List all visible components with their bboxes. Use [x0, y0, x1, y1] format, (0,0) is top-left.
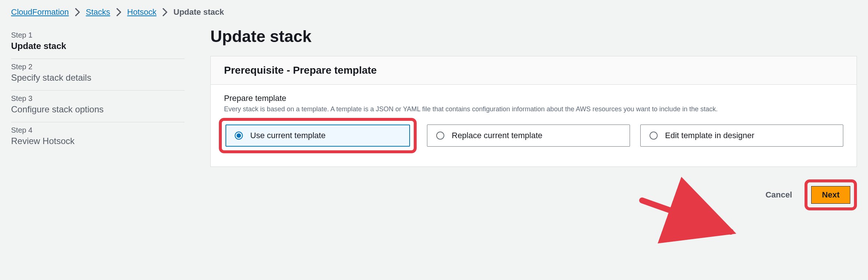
- wizard-step-number: Step 4: [11, 126, 185, 134]
- wizard-step-3[interactable]: Step 3 Configure stack options: [11, 91, 185, 122]
- option-label: Replace current template: [452, 131, 542, 140]
- prerequisite-panel: Prerequisite - Prepare template Prepare …: [210, 56, 857, 167]
- wizard-step-title: Configure stack options: [11, 104, 185, 115]
- main-content: Update stack Prerequisite - Prepare temp…: [210, 27, 857, 210]
- chevron-right-icon: [162, 8, 168, 16]
- chevron-right-icon: [75, 8, 80, 16]
- option-label: Edit template in designer: [665, 131, 754, 140]
- annotation-highlight-box: Use current template: [219, 118, 417, 153]
- option-edit-template-in-designer[interactable]: Edit template in designer: [640, 125, 843, 147]
- breadcrumb-link-stacks[interactable]: Stacks: [86, 7, 110, 17]
- breadcrumb-current: Update stack: [173, 7, 224, 17]
- breadcrumb-link-hotsock[interactable]: Hotsock: [127, 7, 156, 17]
- wizard-step-title: Review Hotsock: [11, 136, 185, 146]
- breadcrumb: CloudFormation Stacks Hotsock Update sta…: [11, 7, 857, 17]
- next-button[interactable]: Next: [811, 186, 850, 204]
- option-label: Use current template: [250, 131, 326, 140]
- wizard-step-number: Step 3: [11, 94, 185, 103]
- chevron-right-icon: [116, 8, 121, 16]
- radio-icon: [650, 132, 658, 140]
- wizard-step-4[interactable]: Step 4 Review Hotsock: [11, 122, 185, 154]
- wizard-step-2[interactable]: Step 2 Specify stack details: [11, 59, 185, 91]
- radio-icon: [436, 132, 444, 140]
- wizard-step-1[interactable]: Step 1 Update stack: [11, 27, 185, 59]
- panel-header-title: Prerequisite - Prepare template: [224, 64, 843, 76]
- wizard-step-number: Step 2: [11, 63, 185, 71]
- option-replace-current-template[interactable]: Replace current template: [427, 125, 630, 147]
- page-title: Update stack: [210, 27, 857, 46]
- wizard-step-title: Update stack: [11, 41, 185, 51]
- radio-icon: [235, 132, 243, 140]
- prepare-template-description: Every stack is based on a template. A te…: [224, 105, 814, 113]
- annotation-highlight-box: Next: [805, 179, 857, 210]
- prepare-template-label: Prepare template: [224, 94, 843, 103]
- wizard-step-title: Specify stack details: [11, 73, 185, 83]
- breadcrumb-link-cloudformation[interactable]: CloudFormation: [11, 7, 69, 17]
- wizard-actions: Cancel Next: [210, 179, 857, 210]
- panel-header: Prerequisite - Prepare template: [211, 56, 857, 85]
- wizard-step-number: Step 1: [11, 31, 185, 39]
- template-option-tiles: Use current template Replace current tem…: [224, 125, 843, 153]
- wizard-steps: Step 1 Update stack Step 2 Specify stack…: [11, 27, 185, 210]
- option-use-current-template[interactable]: Use current template: [225, 125, 410, 147]
- cancel-button[interactable]: Cancel: [760, 186, 798, 203]
